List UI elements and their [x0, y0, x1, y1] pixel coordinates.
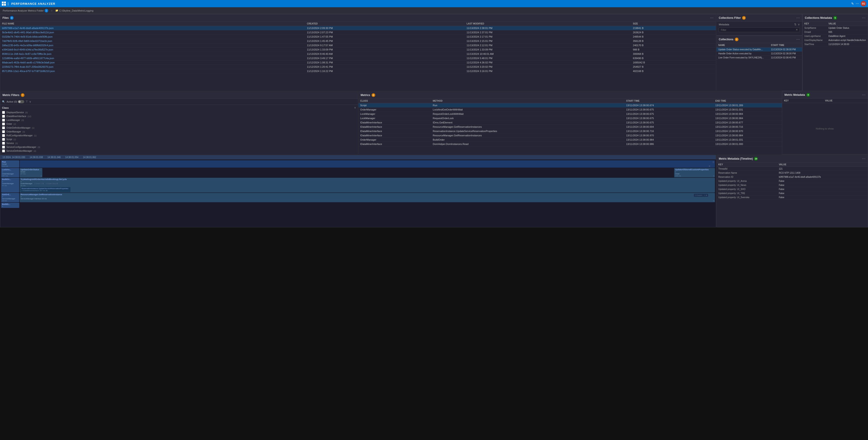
cm-badge: 5 — [833, 16, 837, 20]
mm-content: KEY VALUE Nothing to show. — [782, 98, 868, 154]
class-count: (1) — [34, 134, 36, 137]
cf-header: Collections Filter 4 ⋯ — [716, 14, 802, 22]
toggle-track[interactable] — [18, 100, 24, 103]
table-row: ScriptName Update Order Status — [803, 26, 868, 30]
class-checkbox[interactable] — [2, 126, 5, 129]
file-created: 11/13/2024 1:47:55 PM — [305, 35, 465, 39]
coll-title: Collections — [719, 38, 734, 41]
m-start: 13/11/2024 13:38:00.986 — [624, 142, 714, 146]
table-row[interactable]: Handle Order Action executed by 11/13/20… — [716, 52, 802, 56]
table-row[interactable]: 85713f56-12a1-40ca-b757-b77df71b96210.js… — [0, 69, 716, 73]
ts-3: 14:38:01.054 — [65, 156, 79, 159]
class-checkbox[interactable] — [2, 111, 5, 114]
file-modified: 11/13/2024 2:37:01 PM — [465, 30, 631, 35]
m-method: ResourceManager.GetReservationInstances — [431, 125, 624, 129]
m-class: OrderManager — [359, 107, 431, 112]
table-row[interactable]: 68abcae5-462b-4eb0-aed6-c1799b3e3da8.jso… — [0, 60, 716, 65]
table-row[interactable]: 5b3e4b62-db45-44f1-96a0-d03bcc9e812d.jso… — [0, 30, 716, 35]
m-col-class: CLASS — [359, 99, 431, 103]
class-checkbox[interactable] — [2, 134, 5, 137]
file-created: 11/13/2024 1:33:09 PM — [305, 48, 465, 52]
kv-value: False — [777, 191, 868, 195]
kv-value: False — [777, 187, 868, 191]
class-chevron[interactable]: ∨ — [354, 106, 356, 109]
table-row[interactable]: Live Order Form executed by SKYLINE2\Rj.… — [716, 56, 802, 60]
filter-down-icon[interactable]: ∨ — [798, 23, 800, 26]
breadcrumb-path: 📁 C:\Skyline_Data\MetricLogging — [55, 9, 94, 12]
collections-metadata-panel-fixed: Collections Metadata 5 ⋯ KEY VALUE Scrip… — [802, 14, 868, 91]
collections-panel: Collections 3 ⋯ NAME START TIME Update O… — [716, 36, 802, 91]
more-icon[interactable]: ⋯ — [856, 2, 859, 5]
table-row[interactable]: Update Order Status executed by DataMin.… — [716, 48, 802, 52]
file-size: 300068 B — [631, 52, 716, 56]
tl-row-lock: LockAn... 1 OrderManager 357 ms UpdateOr… — [1, 168, 715, 177]
class-name: Order — [6, 123, 12, 125]
table-row[interactable]: 8590111e-1fdf-4a1c-9c87-cc6e70ffbc3e.jso… — [0, 52, 716, 56]
table-row[interactable]: 22356273-7f84-4cab-91f7-205bd3626070.jso… — [0, 65, 716, 69]
files-menu[interactable]: ⋯ — [710, 15, 714, 20]
class-checkbox[interactable] — [2, 130, 5, 133]
filter-input[interactable] — [721, 29, 796, 31]
nothing-text: Nothing to show. — [811, 123, 839, 134]
ts-0: 13 2024, 14:38:01.030 — [2, 156, 25, 159]
mmt-menu[interactable]: ⋯ — [862, 156, 866, 161]
cm-col-key: KEY — [803, 22, 827, 26]
pencil-icon[interactable]: ✎ — [851, 2, 854, 5]
filter-close[interactable]: ✕ — [796, 28, 798, 31]
file-size: 249544 B — [631, 35, 716, 39]
coll-badge: 3 — [735, 38, 739, 41]
file-created: 11/12/2024 1:16:22 PM — [305, 69, 465, 73]
filter-sort-icon[interactable]: ⇅ — [794, 23, 797, 26]
table-row[interactable]: 122d804e-ea8d-4977-b60b-af6611677c4a.jso… — [0, 56, 716, 60]
m-start: 13/11/2024 13:38:00.970 — [624, 133, 714, 138]
cm-tbody: ScriptName Update Order Status Dmaid 665… — [803, 26, 868, 46]
mmt-thead: KEY VALUE — [716, 162, 868, 167]
table-row[interactable]: e3941bb9-9ccf-4949-b34d-a7fec06d527e.jso… — [0, 48, 716, 52]
file-created: 11/12/2024 1:08:31 PM — [305, 60, 465, 65]
cf-metadata-section: Metadata ⇅ ∨ ✕ — [716, 22, 802, 35]
kv-key: Dmaid — [803, 30, 827, 34]
class-count: (3) — [38, 146, 40, 148]
class-checkbox[interactable] — [2, 119, 5, 122]
table-row: UserLoginName DataMiner Agent — [803, 34, 868, 38]
table-row[interactable]: 7dd7fbf3-91f6-49ef-9d00-b0ed1071ba1b.jso… — [0, 39, 716, 43]
tl-reservation-update: ReservationInstance.UpdateServiceReserva… — [21, 187, 70, 192]
class-name: OrderManager — [6, 130, 21, 133]
collections-filter-panel: Collections Filter 4 ⋯ Metadata ⇅ ∨ ✕ — [716, 14, 802, 36]
class-checkbox[interactable] — [2, 142, 5, 145]
chevron-down-icon[interactable]: ∨ — [29, 100, 31, 103]
m-method: IDms.GetElement — [431, 121, 624, 125]
table-row[interactable]: 2d6a1235-b43c-4e2a-b09a-b88fb8202fc4.jso… — [0, 43, 716, 48]
m-start: 13/11/2024 13:38:00.675 — [624, 121, 714, 125]
tl-bar-run: 0 ⊞ — [20, 160, 715, 167]
col-created: CREATED — [305, 22, 465, 26]
metrics-title: Metrics — [361, 94, 370, 97]
cm-menu[interactable]: ⋯ — [862, 15, 866, 20]
m-method: ResourceManager.GetReservationInstances — [431, 133, 624, 138]
class-checkbox[interactable] — [2, 123, 5, 125]
cf-menu[interactable]: ⋯ — [796, 15, 800, 20]
file-size: 219841 B — [631, 26, 716, 30]
class-checkbox[interactable] — [2, 138, 5, 141]
m-class: IDataMinerInterface — [359, 129, 431, 133]
mm-menu[interactable]: ⋯ — [862, 93, 866, 97]
files-table: FILE NAME CREATED LAST MODIFIED SIZE b0f… — [0, 22, 716, 73]
filter-icon[interactable]: ⊤ — [26, 100, 28, 103]
kv-key: Updated property: UI_Svenska — [716, 195, 777, 199]
coll-menu[interactable]: ⋯ — [796, 37, 800, 41]
file-created: 11/13/2024 2:07:23 PM — [305, 30, 465, 35]
mm-col-key: KEY — [784, 99, 825, 102]
class-checkbox[interactable] — [2, 115, 5, 118]
class-checkbox[interactable] — [2, 150, 5, 152]
avatar[interactable]: SG — [861, 1, 866, 6]
table-row: UserDisplayName Automation-script Handle… — [803, 38, 868, 42]
kv-value: False — [777, 179, 868, 183]
class-checkbox[interactable] — [2, 146, 5, 149]
kv-value: Update Order Status — [827, 26, 868, 30]
table-row[interactable]: b0f97988-e1a7-4e46-bbdf-a8ade409137b.jso… — [0, 26, 716, 30]
toggle-thumb — [18, 100, 21, 103]
table-row[interactable]: 01028e74-7464-4e5f-81eb-b9dccebf30fb.jso… — [0, 35, 716, 39]
file-created: 11/12/2024 3:49:17 PM — [305, 56, 465, 60]
files-table-container: FILE NAME CREATED LAST MODIFIED SIZE b0f… — [0, 22, 716, 91]
folder-badge: 1 — [44, 9, 48, 12]
